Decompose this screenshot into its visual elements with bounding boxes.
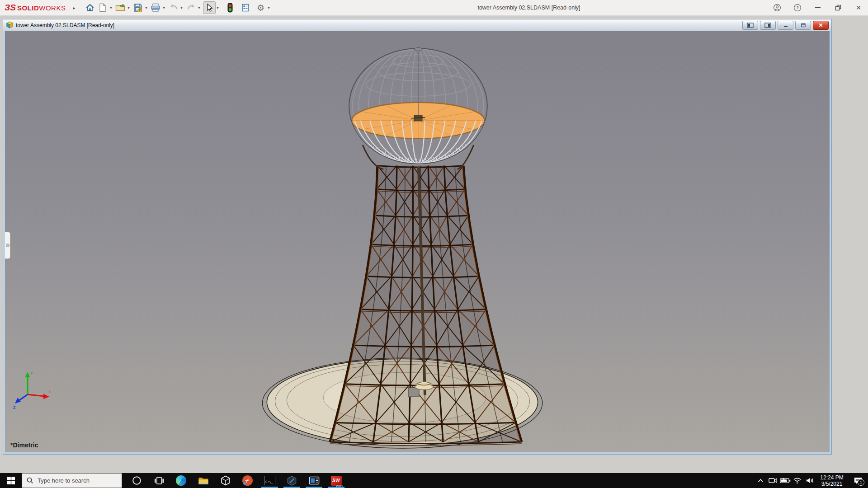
assembly-icon <box>6 21 14 29</box>
new-dropdown-caret[interactable]: ▾ <box>110 6 112 10</box>
svg-text:?: ? <box>796 5 799 10</box>
new-document-button[interactable] <box>97 2 108 14</box>
rebuild-traffic-light-icon <box>227 3 233 13</box>
options-button[interactable]: ⚙ <box>255 2 267 14</box>
battery-charging-icon <box>780 477 791 484</box>
open-button[interactable] <box>114 2 126 14</box>
document-titlebar[interactable]: tower Assembly 02.SLDASM [Read-only] <box>3 19 831 31</box>
redo-button <box>185 2 197 14</box>
taskbar-item-file-explorer[interactable] <box>192 473 214 488</box>
tray-volume[interactable] <box>803 473 816 488</box>
taskbar-clock[interactable]: 12:24 PM 3/5/2021 <box>816 474 848 487</box>
print-icon <box>151 3 160 13</box>
document-window: tower Assembly 02.SLDASM [Read-only] <box>3 19 832 455</box>
redo-icon <box>186 3 196 13</box>
svg-text:Z: Z <box>13 405 16 410</box>
minimize-icon <box>815 7 821 8</box>
undo-dropdown-caret[interactable]: ▾ <box>181 6 183 10</box>
viewport[interactable]: Y X Z *Dimetric <box>5 31 830 452</box>
taskbar-search-input[interactable]: Type here to search <box>22 473 122 488</box>
media-app-icon <box>309 476 320 485</box>
document-minimize-button[interactable] <box>778 21 793 30</box>
save-button[interactable] <box>132 2 144 14</box>
triad-y-axis: Y <box>25 371 33 394</box>
document-restore-icon <box>801 23 806 28</box>
home-button[interactable] <box>84 2 96 14</box>
restore-icon <box>835 4 842 11</box>
rebuild-button[interactable] <box>224 2 236 14</box>
document-restore-button[interactable] <box>795 21 811 30</box>
document-minimize-icon <box>783 23 788 28</box>
options-gear-icon: ⚙ <box>257 4 264 12</box>
edge-icon <box>176 475 186 486</box>
home-icon <box>85 3 94 12</box>
taskbar-item-command-prompt[interactable]: C:\_ <box>259 473 281 488</box>
feature-tree-collapsed-tab[interactable] <box>5 232 10 259</box>
close-button[interactable]: ✕ <box>854 4 863 12</box>
taskbar-item-cortana[interactable] <box>126 473 148 488</box>
taskbar-item-task-view[interactable] <box>148 473 170 488</box>
left-pane-icon <box>747 23 754 28</box>
solidworks-logo[interactable]: ЗS SOLID WORKS <box>5 3 66 13</box>
options-dropdown-caret[interactable]: ▾ <box>268 6 270 10</box>
triad-x-axis: X <box>28 389 51 399</box>
orientation-triad: Y X Z <box>12 369 54 416</box>
select-cursor-icon <box>205 3 214 12</box>
triad-z-axis: Z <box>13 394 28 410</box>
select-tool-button[interactable] <box>203 1 216 14</box>
solidworks-logo-light: WORKS <box>39 4 66 12</box>
redo-dropdown-caret[interactable]: ▾ <box>198 6 200 10</box>
select-dropdown-caret[interactable]: ▾ <box>217 6 219 10</box>
save-dropdown-caret[interactable]: ▾ <box>145 6 147 10</box>
left-pane-toggle-button[interactable] <box>742 21 758 30</box>
view-orientation-label: *Dimetric <box>10 441 38 449</box>
task-view-icon <box>154 477 164 485</box>
undo-icon <box>169 3 179 13</box>
help-button[interactable]: ? <box>793 4 802 12</box>
svg-text:Y: Y <box>30 371 33 375</box>
tray-chevron-button[interactable] <box>755 473 767 488</box>
menu-expand-arrow[interactable]: ▸ <box>73 5 75 10</box>
wifi-icon <box>793 477 802 484</box>
tower-assembly-model[interactable] <box>5 31 830 452</box>
save-icon <box>133 3 143 13</box>
taskbar-item-edge[interactable] <box>170 473 192 488</box>
account-icon <box>773 3 781 12</box>
document-close-button[interactable]: ✕ <box>813 21 829 30</box>
cortana-icon <box>132 476 142 485</box>
file-properties-button[interactable] <box>240 2 251 14</box>
tray-network[interactable] <box>791 473 803 488</box>
taskbar-item-solidworks[interactable]: SW 2021 <box>325 473 347 488</box>
account-button[interactable] <box>773 4 781 12</box>
taskbar-item-snip[interactable]: ✂ <box>236 473 259 488</box>
meet-now-icon <box>769 477 777 484</box>
volume-icon <box>806 477 814 484</box>
document-title: tower Assembly 02.SLDASM [Read-only] <box>16 22 114 28</box>
taskbar-item-media-app[interactable] <box>303 473 325 488</box>
tray-battery[interactable] <box>779 473 791 488</box>
right-pane-toggle-button[interactable] <box>760 21 776 30</box>
notification-count-badge: 1 <box>858 479 864 486</box>
solidworks-logo-bold: SOLID <box>17 4 39 12</box>
chevron-up-icon <box>758 479 764 483</box>
taskbar: Type here to search <box>0 473 868 488</box>
snip-icon: ✂ <box>242 475 253 486</box>
tray-meet-now[interactable] <box>767 473 779 488</box>
start-button[interactable] <box>0 473 22 488</box>
svg-text:X: X <box>48 389 51 394</box>
print-dropdown-caret[interactable]: ▾ <box>163 6 165 10</box>
windows-start-icon <box>7 477 15 484</box>
undo-button <box>168 2 179 14</box>
minimize-button[interactable] <box>814 4 822 12</box>
solidworks-logo-glyph: ЗS <box>5 3 16 13</box>
file-properties-icon <box>241 3 250 12</box>
3d-viewer-icon <box>221 475 231 486</box>
solidworks-app-icon: SW 2021 <box>331 476 342 486</box>
taskbar-item-3d-viewer[interactable] <box>214 473 236 488</box>
taskbar-item-hexagon-app[interactable] <box>281 473 303 488</box>
open-dropdown-caret[interactable]: ▾ <box>127 6 129 10</box>
restore-button[interactable] <box>834 4 842 12</box>
print-button[interactable] <box>150 2 161 14</box>
right-pane-icon <box>764 23 771 28</box>
notification-center-button[interactable]: 1 <box>848 473 868 488</box>
